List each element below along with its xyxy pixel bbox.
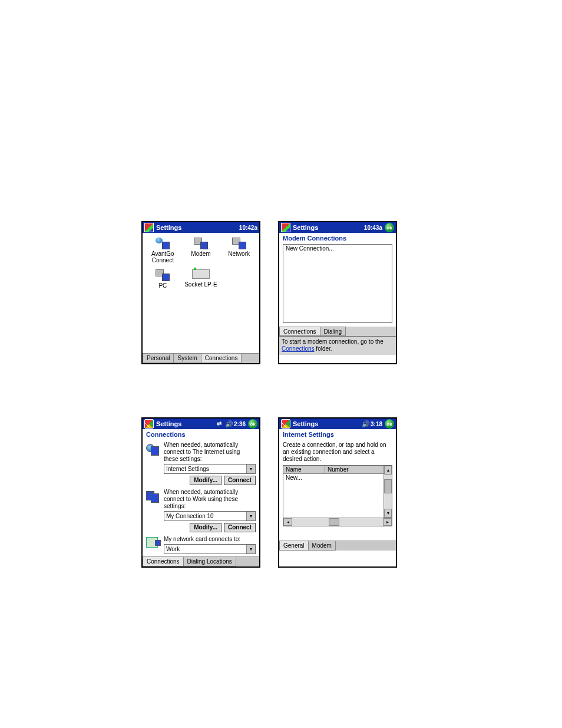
- app-label: Modem: [191, 251, 210, 257]
- internet-settings-dropdown[interactable]: Internet Settings: [164, 464, 256, 474]
- section-header: Connections: [143, 429, 259, 440]
- clock-text: 3:18: [371, 421, 382, 427]
- scroll-track[interactable]: [292, 518, 383, 526]
- table-row[interactable]: New...: [283, 474, 392, 482]
- scroll-thumb[interactable]: [384, 479, 392, 493]
- internet-modify-button[interactable]: Modify...: [190, 476, 222, 485]
- internet-settings-screen: Settings 🔊 3:18 ok Internet Settings Cre…: [278, 417, 397, 568]
- start-icon[interactable]: [281, 419, 290, 429]
- title-bar: Settings 10:43a ok: [279, 222, 396, 233]
- app-label: PC: [158, 282, 167, 289]
- network-card-icon: [146, 537, 160, 548]
- work-modify-button[interactable]: Modify...: [190, 523, 222, 532]
- work-settings-value: My Connection 10: [164, 513, 246, 520]
- list-item-new-connection[interactable]: New Connection...: [283, 245, 392, 252]
- internet-icon: [146, 443, 160, 456]
- app-label: Socket LP-E: [184, 281, 217, 288]
- app-network[interactable]: Network: [220, 235, 258, 267]
- tabs: Connections Dialing: [279, 327, 396, 337]
- cell-name: New...: [283, 474, 325, 482]
- work-settings-dropdown[interactable]: My Connection 10: [164, 511, 256, 521]
- card-connects-dropdown[interactable]: Work: [164, 544, 256, 554]
- connections-table: Name Number New...: [283, 465, 392, 526]
- tab-connections[interactable]: Connections: [201, 354, 242, 363]
- speaker-icon[interactable]: 🔊: [362, 420, 369, 427]
- window-title: Settings: [156, 224, 239, 231]
- tab-system[interactable]: System: [173, 354, 201, 363]
- tab-connections[interactable]: Connections: [143, 557, 184, 566]
- scroll-thumb[interactable]: [329, 518, 339, 526]
- tip-prefix: To start a modem connection, go to the: [282, 338, 384, 345]
- horizontal-scrollbar[interactable]: [283, 518, 392, 526]
- connections-icon-grid: AvantGo Connect Modem Network PC: [143, 233, 259, 353]
- tab-dialing-locations[interactable]: Dialing Locations: [183, 557, 236, 566]
- scroll-right-button[interactable]: [383, 518, 392, 526]
- dropdown-arrow-icon[interactable]: [246, 545, 255, 554]
- internet-text: When needed, automatically connect to Th…: [164, 442, 256, 463]
- app-label: Network: [228, 251, 250, 257]
- app-label: AvantGo Connect: [144, 251, 182, 263]
- work-block: When needed, automatically connect to Wo…: [146, 489, 256, 532]
- settings-connections-grid-screen: Settings 10:42a AvantGo Connect Modem: [141, 221, 260, 364]
- tip-link-connections[interactable]: Connections: [282, 345, 315, 352]
- connections-settings-screen: Settings ⇄ 🔊 2:36 ok Connections When ne…: [141, 417, 260, 568]
- internet-connect-button[interactable]: Connect: [224, 476, 256, 485]
- window-title: Settings: [293, 224, 364, 231]
- tab-general[interactable]: General: [279, 541, 309, 551]
- app-pc[interactable]: PC: [144, 267, 182, 292]
- internet-block: When needed, automatically connect to Th…: [146, 442, 256, 485]
- modem-connections-screen: Settings 10:43a ok Modem Connections New…: [278, 221, 397, 364]
- card-icon: [192, 269, 210, 279]
- table-header: Name Number: [283, 466, 392, 474]
- clock-text: 2:36: [234, 421, 246, 427]
- start-icon[interactable]: [144, 419, 154, 429]
- pc-icon: [156, 269, 170, 281]
- dropdown-arrow-icon[interactable]: [246, 465, 255, 473]
- column-number[interactable]: Number: [325, 466, 392, 473]
- connections-list[interactable]: New Connection...: [283, 244, 392, 323]
- work-icon: [146, 490, 160, 503]
- dropdown-arrow-icon[interactable]: [246, 512, 255, 521]
- modem-icon: [194, 238, 208, 249]
- tip-text: To start a modem connection, go to the C…: [279, 337, 396, 355]
- start-icon[interactable]: [144, 223, 154, 232]
- tip-suffix: folder.: [315, 345, 332, 352]
- ok-button[interactable]: ok: [248, 419, 257, 429]
- app-modem[interactable]: Modem: [182, 235, 220, 267]
- tab-modem[interactable]: Modem: [308, 541, 336, 551]
- start-icon[interactable]: [281, 223, 290, 232]
- clock-text: 10:43a: [364, 225, 382, 231]
- window-title: Settings: [293, 420, 362, 427]
- card-connects-value: Work: [164, 546, 246, 553]
- hint-text: Create a connection, or tap and hold on …: [283, 442, 392, 463]
- scroll-left-button[interactable]: [283, 518, 292, 526]
- internet-settings-value: Internet Settings: [164, 466, 246, 473]
- clock-text: 10:42a: [239, 225, 257, 231]
- card-text: My network card connects to:: [164, 536, 256, 543]
- scroll-up-button[interactable]: [384, 466, 392, 475]
- speaker-icon[interactable]: 🔊: [225, 420, 232, 427]
- title-bar: Settings 10:42a: [143, 222, 259, 233]
- section-header: Modem Connections: [279, 233, 396, 244]
- scroll-down-button[interactable]: [384, 509, 392, 518]
- connectivity-icon[interactable]: ⇄: [217, 420, 224, 427]
- network-card-block: My network card connects to: Work: [146, 536, 256, 554]
- network-icon: [232, 238, 246, 249]
- tab-personal[interactable]: Personal: [143, 354, 174, 363]
- work-text: When needed, automatically connect to Wo…: [164, 489, 256, 510]
- column-name[interactable]: Name: [283, 466, 325, 473]
- work-connect-button[interactable]: Connect: [224, 523, 256, 532]
- tab-dialing[interactable]: Dialing: [320, 327, 346, 336]
- ok-button[interactable]: ok: [385, 223, 394, 232]
- avantgo-icon: [156, 238, 170, 249]
- window-title: Settings: [156, 420, 217, 427]
- title-bar: Settings 🔊 3:18 ok: [279, 419, 396, 429]
- ok-button[interactable]: ok: [385, 419, 394, 429]
- vertical-scrollbar[interactable]: [384, 466, 392, 518]
- app-socket-lpe[interactable]: Socket LP-E: [182, 267, 220, 292]
- tab-connections[interactable]: Connections: [279, 327, 320, 336]
- app-avantgo-connect[interactable]: AvantGo Connect: [144, 235, 182, 267]
- bottom-tabs: Personal System Connections: [143, 353, 259, 363]
- title-bar: Settings ⇄ 🔊 2:36 ok: [143, 419, 259, 429]
- section-header: Internet Settings: [279, 429, 396, 440]
